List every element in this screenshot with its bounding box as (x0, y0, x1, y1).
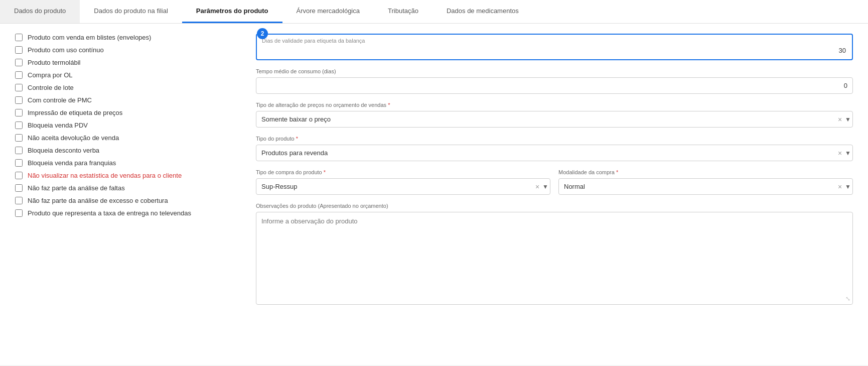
tipo-compra-select[interactable]: Sup-RessupCompra diretaTransferência (256, 178, 550, 195)
checkbox-nao-visualizar[interactable] (15, 172, 23, 179)
checkbox-bloqueia-pdv[interactable] (15, 121, 23, 129)
tab-arvore[interactable]: Árvore mercadológica (282, 0, 374, 23)
checkbox-label-bloqueia-franquias: Bloqueia venda para franquias (28, 159, 116, 167)
checkbox-item-termolabil: Produto termolábil (15, 59, 236, 66)
tipo-alteracao-group: Tipo de alteração de preços no orçamento… (256, 102, 853, 128)
tipo-alteracao-chevron-icon: ▼ (845, 116, 851, 123)
resize-handle-icon: ⤡ (845, 295, 850, 302)
checkbox-label-blistes: Produto com venda em blistes (envelopes) (28, 34, 151, 41)
checkbox-label-controle-lote: Controle de lote (28, 84, 74, 91)
checkbox-taxa-entrega[interactable] (15, 209, 23, 217)
checkbox-label-nao-faltas: Não faz parte da análise de faltas (28, 184, 125, 192)
checkbox-impressao-etiqueta[interactable] (15, 109, 23, 116)
checkbox-label-uso-continuo: Produto com uso contínuo (28, 46, 104, 54)
modalidade-compra-label: Modalidade da compra * (558, 169, 853, 175)
tipo-alteracao-clear-btn[interactable]: × (836, 115, 844, 124)
tempo-medio-group: Tempo médio de consumo (dias) (256, 68, 853, 94)
checkbox-item-controle-pmc: Com controle de PMC (15, 96, 236, 104)
checkbox-label-impressao-etiqueta: Impressão de etiqueta de preços (28, 109, 122, 116)
checkbox-controle-lote[interactable] (15, 84, 23, 91)
checkbox-label-nao-visualizar: Não visualizar na estatística de vendas … (28, 172, 182, 179)
checkbox-item-blistes: Produto com venda em blistes (envelopes) (15, 34, 236, 41)
right-panel: 2 Dias de validade para etiqueta da bala… (256, 34, 853, 355)
tabs-bar: Dados do produtoDados do produto na fili… (0, 0, 868, 24)
checkbox-controle-pmc[interactable] (15, 96, 23, 104)
tipo-compra-clear-btn[interactable]: × (533, 182, 541, 191)
observacoes-textarea[interactable] (256, 212, 852, 303)
tempo-medio-label: Tempo médio de consumo (dias) (256, 68, 853, 74)
checkbox-label-controle-pmc: Com controle de PMC (28, 96, 92, 104)
checkbox-bloqueia-franquias[interactable] (15, 159, 23, 167)
tipo-produto-label: Tipo do produto * (256, 136, 853, 142)
checkbox-nao-faltas[interactable] (15, 184, 23, 192)
checkbox-label-bloqueia-pdv: Bloqueia venda PDV (28, 121, 88, 129)
tipo-alteracao-select[interactable]: Somente baixar o preçoAumentar o preçoQu… (256, 111, 853, 128)
observacoes-group: Observações do produto (Apresentado no o… (256, 203, 853, 305)
dias-validade-input[interactable] (258, 44, 851, 58)
checkbox-item-taxa-entrega: Produto que representa a taxa de entrega… (15, 209, 236, 217)
tab-tributacao[interactable]: Tributação (374, 0, 432, 23)
checkbox-nao-excesso[interactable] (15, 197, 23, 204)
checkbox-termolabil[interactable] (15, 59, 23, 66)
tempo-medio-input[interactable] (256, 77, 853, 94)
checkbox-compra-ol[interactable] (15, 71, 23, 79)
checkbox-item-nao-visualizar: Não visualizar na estatística de vendas … (15, 172, 236, 179)
checkbox-item-compra-ol: Compra por OL (15, 71, 236, 79)
step-badge: 2 (257, 28, 268, 39)
tab-parametros[interactable]: Parâmetros do produto (182, 0, 282, 23)
checkbox-item-impressao-etiqueta: Impressão de etiqueta de preços (15, 109, 236, 116)
modalidade-compra-chevron-icon: ▼ (845, 183, 851, 190)
modalidade-compra-group: Modalidade da compra * NormalEspecialOut… (558, 169, 853, 195)
dias-validade-highlighted: Dias de validade para etiqueta da balanç… (256, 34, 853, 60)
checkbox-label-bloqueia-verba: Bloqueia desconto verba (28, 147, 99, 154)
tipo-alteracao-select-wrapper: Somente baixar o preçoAumentar o preçoQu… (256, 111, 853, 128)
left-panel: Produto com venda em blistes (envelopes)… (15, 34, 236, 355)
checkbox-bloqueia-verba[interactable] (15, 147, 23, 154)
checkbox-item-controle-lote: Controle de lote (15, 84, 236, 91)
tipo-produto-select-wrapper: Produtos para revendaProduto para consum… (256, 145, 853, 161)
checkbox-item-bloqueia-franquias: Bloqueia venda para franquias (15, 159, 236, 167)
checkbox-label-compra-ol: Compra por OL (28, 71, 73, 79)
tipo-produto-select[interactable]: Produtos para revendaProduto para consum… (256, 145, 853, 161)
checkbox-label-termolabil: Produto termolábil (28, 59, 81, 66)
checkbox-item-bloqueia-verba: Bloqueia desconto verba (15, 147, 236, 154)
checkbox-item-bloqueia-pdv: Bloqueia venda PDV (15, 121, 236, 129)
tipo-produto-group: Tipo do produto * Produtos para revendaP… (256, 136, 853, 161)
checkbox-blistes[interactable] (15, 34, 23, 41)
dias-validade-label: Dias de validade para etiqueta da balanç… (258, 36, 851, 44)
tab-medicamentos[interactable]: Dados de medicamentos (432, 0, 533, 23)
tipo-produto-clear-btn[interactable]: × (836, 149, 844, 158)
two-col-compra: Tipo de compra do produto * Sup-RessupCo… (256, 169, 853, 195)
checkbox-item-nao-aceita-dev: Não aceita devolução de venda (15, 134, 236, 142)
tipo-compra-chevron-icon: ▼ (542, 183, 548, 190)
observacoes-label: Observações do produto (Apresentado no o… (256, 203, 853, 209)
checkbox-label-nao-aceita-dev: Não aceita devolução de venda (28, 134, 119, 142)
tipo-compra-group: Tipo de compra do produto * Sup-RessupCo… (256, 169, 550, 195)
checkbox-nao-aceita-dev[interactable] (15, 134, 23, 142)
tipo-compra-label: Tipo de compra do produto * (256, 169, 550, 175)
tipo-alteracao-label: Tipo de alteração de preços no orçamento… (256, 102, 853, 108)
tab-dados-produto[interactable]: Dados do produto (0, 0, 80, 23)
modalidade-compra-clear-btn[interactable]: × (836, 182, 844, 191)
checkbox-label-nao-excesso: Não faz parte da análise de excesso e co… (28, 197, 168, 204)
checkbox-item-nao-excesso: Não faz parte da análise de excesso e co… (15, 197, 236, 204)
modalidade-compra-select-wrapper: NormalEspecialOutro × ▼ (558, 178, 853, 195)
content-area: Produto com venda em blistes (envelopes)… (0, 24, 868, 365)
checkbox-item-uso-continuo: Produto com uso contínuo (15, 46, 236, 54)
dias-validade-wrapper: Dias de validade para etiqueta da balanç… (256, 34, 853, 60)
observacoes-wrapper: ⤡ (256, 212, 853, 305)
checkbox-item-nao-faltas: Não faz parte da análise de faltas (15, 184, 236, 192)
modalidade-compra-select[interactable]: NormalEspecialOutro (558, 178, 853, 195)
checkbox-label-taxa-entrega: Produto que representa a taxa de entrega… (28, 209, 191, 217)
tab-dados-filial[interactable]: Dados do produto na filial (80, 0, 182, 23)
tipo-produto-chevron-icon: ▼ (845, 150, 851, 157)
tipo-compra-select-wrapper: Sup-RessupCompra diretaTransferência × ▼ (256, 178, 550, 195)
checkbox-uso-continuo[interactable] (15, 46, 23, 54)
